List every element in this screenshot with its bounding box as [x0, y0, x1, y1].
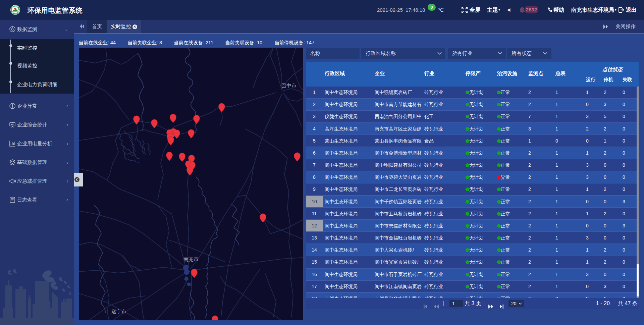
svg-text:巴中市: 巴中市	[281, 83, 297, 88]
svg-text:遂宁市: 遂宁市	[111, 309, 126, 314]
svg-text:南充市: 南充市	[183, 256, 199, 262]
